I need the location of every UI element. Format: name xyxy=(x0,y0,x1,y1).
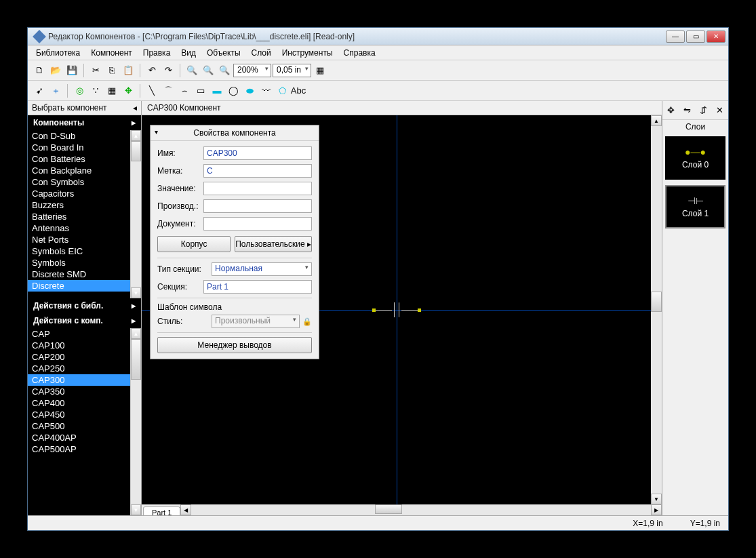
zoom-in-icon[interactable]: 🔍 xyxy=(184,63,199,78)
scroll-right-icon[interactable]: ▶ xyxy=(651,504,662,515)
layer-1[interactable]: ⊣⊢ Слой 1 xyxy=(665,185,725,228)
ellipse-fill-icon[interactable]: ⬬ xyxy=(242,83,257,98)
arc2-icon[interactable]: ⌢ xyxy=(177,83,192,98)
close-button[interactable]: ✕ xyxy=(707,31,725,43)
ellipse-icon[interactable]: ◯ xyxy=(226,83,241,98)
move-icon[interactable]: ✥ xyxy=(121,83,136,98)
list-item[interactable]: Net Ports xyxy=(28,234,141,245)
list-item[interactable]: Con Batteries xyxy=(28,153,141,165)
canvas[interactable]: Свойства компонента Имя: Метка: Значение… xyxy=(142,115,651,504)
list-item[interactable]: Con Backplane xyxy=(28,165,141,176)
arc-icon[interactable]: ⌒ xyxy=(161,83,176,98)
list-item[interactable]: Discrete SMD xyxy=(28,268,141,280)
section-input[interactable] xyxy=(203,280,312,294)
value-input[interactable] xyxy=(203,182,312,195)
scroll-left-icon[interactable]: ◀ xyxy=(180,504,191,515)
list-item[interactable]: CAP500 xyxy=(28,420,141,432)
mark-input[interactable] xyxy=(203,164,312,178)
v-scrollbar[interactable]: ▲ ▼ xyxy=(651,115,662,504)
menu-help[interactable]: Справка xyxy=(338,46,381,60)
zoom-out-icon[interactable]: 🔍 xyxy=(201,63,216,78)
library-list[interactable]: Con D-SubCon Board InCon BatteriesCon Ba… xyxy=(28,130,141,298)
scroll-down-icon[interactable]: ▼ xyxy=(651,494,662,504)
list-item[interactable]: CAP450 xyxy=(28,409,141,420)
list-item[interactable]: Con Board In xyxy=(28,142,141,153)
menu-component[interactable]: Компонент xyxy=(85,46,138,60)
layer-0[interactable]: ●—● Слой 0 xyxy=(665,136,725,180)
list-item[interactable]: Discrete xyxy=(28,280,141,292)
pointer-icon[interactable]: ➹ xyxy=(32,83,47,98)
rect-icon[interactable]: ▭ xyxy=(193,83,208,98)
list-item[interactable]: CAP200 xyxy=(28,351,141,363)
redo-icon[interactable]: ↷ xyxy=(161,63,176,78)
scroll-down-icon[interactable]: ▼ xyxy=(131,287,141,298)
dots-icon[interactable]: ∵ xyxy=(88,83,103,98)
style-select[interactable]: Произвольный xyxy=(212,315,300,328)
list-item[interactable]: Batteries xyxy=(28,211,141,222)
text-tool[interactable]: Abc xyxy=(291,83,306,98)
part-tab[interactable]: Part 1 xyxy=(143,506,180,515)
grid-icon[interactable]: ▦ xyxy=(104,83,119,98)
list-item[interactable]: CAP350 xyxy=(28,386,141,397)
menu-view[interactable]: Вид xyxy=(176,46,201,60)
menu-tools[interactable]: Инструменты xyxy=(277,46,338,60)
target-icon[interactable]: ◎ xyxy=(72,83,87,98)
menu-edit[interactable]: Правка xyxy=(138,46,176,60)
properties-panel[interactable]: Свойства компонента Имя: Метка: Значение… xyxy=(150,125,319,359)
menu-library[interactable]: Библиотека xyxy=(31,46,85,60)
list-item[interactable]: CAP300 xyxy=(28,374,141,386)
undo-icon[interactable]: ↶ xyxy=(144,63,159,78)
scroll-up-icon[interactable]: ▲ xyxy=(651,115,662,126)
copy-icon[interactable]: ⎘ xyxy=(104,63,119,78)
collapse-icon[interactable]: ◂ xyxy=(133,103,137,113)
scrollbar[interactable]: ▲ ▼ xyxy=(130,328,141,515)
components-section[interactable]: Компоненты▸ xyxy=(28,115,141,130)
pin-manager-button[interactable]: Менеджер выводов xyxy=(157,337,312,353)
close-panel-icon[interactable]: ✕ xyxy=(714,104,726,117)
titlebar[interactable]: Редактор Компонентов - [C:\Program Files… xyxy=(28,28,728,45)
grid-combo[interactable]: 0,05 in xyxy=(273,64,311,77)
sectype-select[interactable]: Нормальная xyxy=(212,262,312,276)
list-item[interactable]: Capacitors xyxy=(28,188,141,199)
grid-toggle-icon[interactable]: ▦ xyxy=(313,63,327,78)
list-item[interactable]: CAP250 xyxy=(28,363,141,374)
list-item[interactable]: Buzzers xyxy=(28,199,141,211)
flip-v-icon[interactable]: ⇵ xyxy=(698,104,710,117)
list-item[interactable]: CAP xyxy=(28,328,141,340)
polygon-icon[interactable]: ⬠ xyxy=(275,83,290,98)
doc-input[interactable] xyxy=(203,217,312,231)
minimize-button[interactable]: — xyxy=(666,31,685,43)
list-item[interactable]: CAP100 xyxy=(28,340,141,351)
save-icon[interactable]: 💾 xyxy=(64,63,79,78)
new-icon[interactable]: 🗋 xyxy=(32,63,47,78)
list-item[interactable]: CAP400 xyxy=(28,397,141,409)
name-input[interactable] xyxy=(203,146,312,160)
polyline-icon[interactable]: 〰 xyxy=(258,83,273,98)
list-item[interactable]: CAP400AP xyxy=(28,432,141,443)
select-component-header[interactable]: Выбрать компонент ◂ xyxy=(28,101,141,115)
component-list[interactable]: ▲ ▼ CAPCAP100CAP200CAP250CAP300CAP350CAP… xyxy=(28,328,141,515)
pan-icon[interactable]: ✥ xyxy=(664,104,677,117)
list-item[interactable]: Antennas xyxy=(28,222,141,234)
list-item[interactable]: Con D-Sub xyxy=(28,130,141,142)
comp-actions-section[interactable]: Действия с комп.▸ xyxy=(28,313,141,328)
list-item[interactable]: Symbols EIC xyxy=(28,245,141,257)
scroll-up-icon[interactable]: ▲ xyxy=(131,328,141,339)
maximize-button[interactable]: ▭ xyxy=(686,31,705,43)
lib-actions-section[interactable]: Действия с библ.▸ xyxy=(28,298,141,313)
scroll-up-icon[interactable]: ▲ xyxy=(131,130,141,141)
properties-title[interactable]: Свойства компонента xyxy=(151,125,319,141)
paste-icon[interactable]: 📋 xyxy=(121,63,136,78)
list-item[interactable]: Con Symbols xyxy=(28,176,141,188)
scroll-down-icon[interactable]: ▼ xyxy=(131,504,141,515)
rect-fill-icon[interactable]: ▬ xyxy=(210,83,224,98)
open-icon[interactable]: 📂 xyxy=(48,63,63,78)
scroll-thumb[interactable] xyxy=(131,141,141,161)
capacitor-symbol[interactable] xyxy=(372,302,421,317)
zoom-fit-icon[interactable]: 🔍 xyxy=(217,63,232,78)
menu-objects[interactable]: Объекты xyxy=(201,46,246,60)
body-button[interactable]: Корпус xyxy=(157,236,231,252)
menu-layer[interactable]: Слой xyxy=(246,46,277,60)
list-item[interactable]: CAP500AP xyxy=(28,443,141,455)
list-item[interactable]: Symbols xyxy=(28,257,141,268)
